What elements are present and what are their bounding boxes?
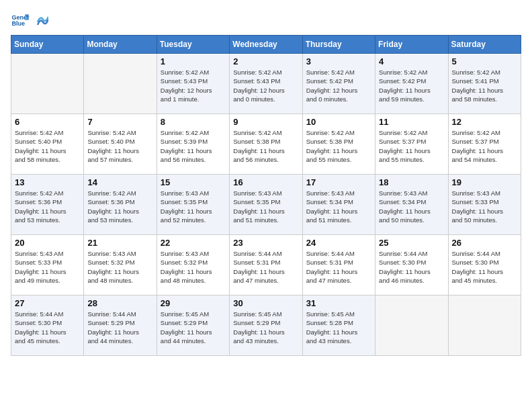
day-number: 31 <box>306 298 371 308</box>
header-tuesday: Tuesday <box>157 36 229 54</box>
calendar-cell: 23Sunrise: 5:44 AM Sunset: 5:31 PM Dayli… <box>230 235 302 295</box>
day-number: 16 <box>233 177 298 187</box>
day-number: 24 <box>306 238 371 248</box>
header-friday: Friday <box>375 36 448 54</box>
day-number: 19 <box>452 177 517 187</box>
day-number: 9 <box>233 117 298 127</box>
calendar-cell: 11Sunrise: 5:42 AM Sunset: 5:37 PM Dayli… <box>375 114 448 175</box>
calendar: SundayMondayTuesdayWednesdayThursdayFrid… <box>11 35 521 356</box>
calendar-cell: 27Sunrise: 5:44 AM Sunset: 5:30 PM Dayli… <box>11 295 84 356</box>
page-header: General Blue <box>11 11 521 30</box>
calendar-cell: 29Sunrise: 5:45 AM Sunset: 5:29 PM Dayli… <box>157 295 229 356</box>
day-info: Sunrise: 5:42 AM Sunset: 5:42 PM Dayligh… <box>379 68 444 103</box>
day-number: 20 <box>15 238 80 248</box>
calendar-cell: 21Sunrise: 5:43 AM Sunset: 5:32 PM Dayli… <box>84 235 157 295</box>
day-number: 26 <box>452 238 517 248</box>
day-info: Sunrise: 5:44 AM Sunset: 5:31 PM Dayligh… <box>233 249 298 285</box>
calendar-cell: 7Sunrise: 5:42 AM Sunset: 5:40 PM Daylig… <box>84 114 157 175</box>
day-number: 22 <box>161 238 226 248</box>
calendar-cell: 5Sunrise: 5:42 AM Sunset: 5:41 PM Daylig… <box>448 54 521 114</box>
calendar-cell: 13Sunrise: 5:42 AM Sunset: 5:36 PM Dayli… <box>11 175 84 235</box>
calendar-cell: 17Sunrise: 5:43 AM Sunset: 5:34 PM Dayli… <box>302 175 375 235</box>
calendar-cell: 16Sunrise: 5:43 AM Sunset: 5:35 PM Dayli… <box>230 175 302 235</box>
day-number: 17 <box>306 177 371 187</box>
calendar-cell: 8Sunrise: 5:42 AM Sunset: 5:39 PM Daylig… <box>157 114 229 175</box>
calendar-cell: 12Sunrise: 5:42 AM Sunset: 5:37 PM Dayli… <box>448 114 521 175</box>
header-saturday: Saturday <box>448 36 521 54</box>
calendar-cell <box>375 295 448 356</box>
calendar-cell: 24Sunrise: 5:44 AM Sunset: 5:31 PM Dayli… <box>302 235 375 295</box>
calendar-cell: 14Sunrise: 5:42 AM Sunset: 5:36 PM Dayli… <box>84 175 157 235</box>
day-info: Sunrise: 5:42 AM Sunset: 5:37 PM Dayligh… <box>452 128 517 164</box>
day-info: Sunrise: 5:42 AM Sunset: 5:42 PM Dayligh… <box>306 68 371 103</box>
day-info: Sunrise: 5:42 AM Sunset: 5:43 PM Dayligh… <box>161 68 226 103</box>
day-info: Sunrise: 5:45 AM Sunset: 5:29 PM Dayligh… <box>233 310 298 345</box>
day-info: Sunrise: 5:42 AM Sunset: 5:38 PM Dayligh… <box>306 128 371 164</box>
day-info: Sunrise: 5:42 AM Sunset: 5:40 PM Dayligh… <box>15 128 80 164</box>
calendar-cell: 22Sunrise: 5:43 AM Sunset: 5:32 PM Dayli… <box>157 235 229 295</box>
day-number: 28 <box>87 298 152 308</box>
calendar-week-row: 20Sunrise: 5:43 AM Sunset: 5:33 PM Dayli… <box>11 235 521 295</box>
day-info: Sunrise: 5:44 AM Sunset: 5:30 PM Dayligh… <box>452 249 517 285</box>
day-info: Sunrise: 5:45 AM Sunset: 5:28 PM Dayligh… <box>306 310 371 345</box>
day-number: 2 <box>233 56 298 66</box>
day-number: 7 <box>87 117 152 127</box>
calendar-cell: 1Sunrise: 5:42 AM Sunset: 5:43 PM Daylig… <box>157 54 229 114</box>
calendar-week-row: 1Sunrise: 5:42 AM Sunset: 5:43 PM Daylig… <box>11 54 521 114</box>
day-number: 29 <box>161 298 226 308</box>
calendar-cell: 19Sunrise: 5:43 AM Sunset: 5:33 PM Dayli… <box>448 175 521 235</box>
day-number: 11 <box>379 117 444 127</box>
calendar-week-row: 6Sunrise: 5:42 AM Sunset: 5:40 PM Daylig… <box>11 114 521 175</box>
calendar-cell <box>448 295 521 356</box>
day-info: Sunrise: 5:42 AM Sunset: 5:36 PM Dayligh… <box>87 189 152 224</box>
day-number: 3 <box>306 56 371 66</box>
day-number: 8 <box>161 117 226 127</box>
logo: General Blue <box>11 11 48 30</box>
day-info: Sunrise: 5:43 AM Sunset: 5:33 PM Dayligh… <box>15 249 80 285</box>
day-info: Sunrise: 5:42 AM Sunset: 5:38 PM Dayligh… <box>233 128 298 164</box>
calendar-week-row: 13Sunrise: 5:42 AM Sunset: 5:36 PM Dayli… <box>11 175 521 235</box>
day-number: 6 <box>15 117 80 127</box>
day-info: Sunrise: 5:43 AM Sunset: 5:32 PM Dayligh… <box>161 249 226 285</box>
calendar-cell: 25Sunrise: 5:44 AM Sunset: 5:30 PM Dayli… <box>375 235 448 295</box>
calendar-cell: 26Sunrise: 5:44 AM Sunset: 5:30 PM Dayli… <box>448 235 521 295</box>
day-number: 15 <box>161 177 226 187</box>
day-number: 21 <box>87 238 152 248</box>
header-wednesday: Wednesday <box>230 36 302 54</box>
calendar-cell: 9Sunrise: 5:42 AM Sunset: 5:38 PM Daylig… <box>230 114 302 175</box>
day-info: Sunrise: 5:44 AM Sunset: 5:30 PM Dayligh… <box>379 249 444 285</box>
day-info: Sunrise: 5:44 AM Sunset: 5:29 PM Dayligh… <box>87 310 152 345</box>
day-number: 14 <box>87 177 152 187</box>
calendar-cell <box>11 54 84 114</box>
calendar-cell: 2Sunrise: 5:42 AM Sunset: 5:43 PM Daylig… <box>230 54 302 114</box>
svg-text:Blue: Blue <box>11 20 25 27</box>
day-info: Sunrise: 5:42 AM Sunset: 5:39 PM Dayligh… <box>161 128 226 164</box>
day-number: 13 <box>15 177 80 187</box>
day-info: Sunrise: 5:43 AM Sunset: 5:35 PM Dayligh… <box>161 189 226 224</box>
day-number: 10 <box>306 117 371 127</box>
day-info: Sunrise: 5:45 AM Sunset: 5:29 PM Dayligh… <box>161 310 226 345</box>
calendar-cell: 4Sunrise: 5:42 AM Sunset: 5:42 PM Daylig… <box>375 54 448 114</box>
day-number: 18 <box>379 177 444 187</box>
day-number: 30 <box>233 298 298 308</box>
day-info: Sunrise: 5:43 AM Sunset: 5:32 PM Dayligh… <box>87 249 152 285</box>
day-info: Sunrise: 5:42 AM Sunset: 5:41 PM Dayligh… <box>452 68 517 103</box>
day-info: Sunrise: 5:43 AM Sunset: 5:35 PM Dayligh… <box>233 189 298 224</box>
logo-wave-icon <box>36 9 48 29</box>
calendar-cell: 20Sunrise: 5:43 AM Sunset: 5:33 PM Dayli… <box>11 235 84 295</box>
day-info: Sunrise: 5:43 AM Sunset: 5:33 PM Dayligh… <box>452 189 517 224</box>
day-number: 4 <box>379 56 444 66</box>
calendar-header-row: SundayMondayTuesdayWednesdayThursdayFrid… <box>11 36 521 54</box>
calendar-cell <box>84 54 157 114</box>
calendar-week-row: 27Sunrise: 5:44 AM Sunset: 5:30 PM Dayli… <box>11 295 521 356</box>
day-info: Sunrise: 5:44 AM Sunset: 5:31 PM Dayligh… <box>306 249 371 285</box>
day-number: 5 <box>452 56 517 66</box>
day-info: Sunrise: 5:42 AM Sunset: 5:37 PM Dayligh… <box>379 128 444 164</box>
day-number: 27 <box>15 298 80 308</box>
day-number: 12 <box>452 117 517 127</box>
header-monday: Monday <box>84 36 157 54</box>
calendar-cell: 10Sunrise: 5:42 AM Sunset: 5:38 PM Dayli… <box>302 114 375 175</box>
day-info: Sunrise: 5:44 AM Sunset: 5:30 PM Dayligh… <box>15 310 80 345</box>
day-number: 1 <box>161 56 226 66</box>
day-number: 23 <box>233 238 298 248</box>
